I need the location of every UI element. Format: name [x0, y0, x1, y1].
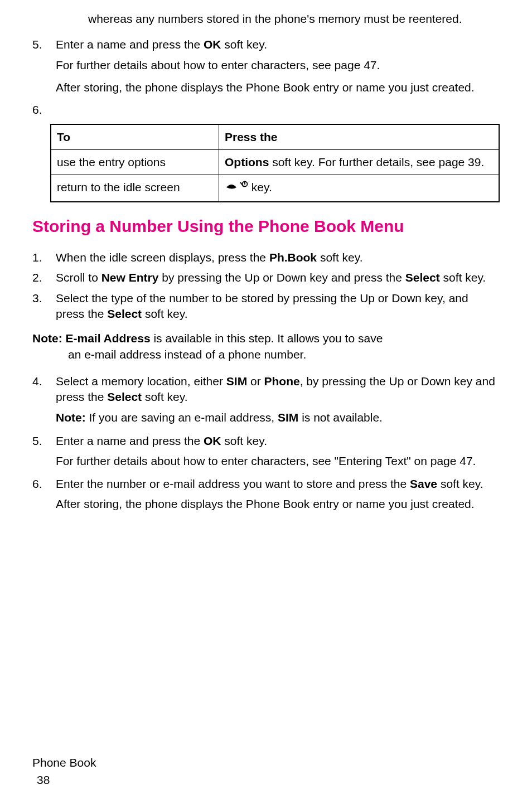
section-step-3: 3. Select the type of the number to be s…: [32, 290, 500, 322]
section-step-6: 6. Enter the number or e-mail address yo…: [32, 476, 500, 492]
s1-bold: Ph.Book: [269, 251, 317, 264]
s4-a: Select a memory location, either: [56, 375, 226, 388]
section-step-6-body: Enter the number or e-mail address you w…: [56, 476, 500, 492]
s2-d: soft key.: [440, 271, 486, 284]
s6b-c: soft key.: [437, 477, 483, 490]
note1-rest2: an e-mail address instead of a phone num…: [68, 348, 306, 361]
s3-b1: Select: [107, 307, 142, 320]
step-5-text-b: soft key.: [221, 38, 267, 51]
table-row1-to: use the entry options: [51, 150, 219, 175]
step-5-sub1: For further details about how to enter c…: [56, 57, 500, 73]
note1-bold: E-mail Address: [66, 332, 151, 345]
section-step-3-number: 3.: [32, 290, 56, 322]
footer-section-name: Phone Book: [32, 755, 96, 771]
end-call-key-icon: [225, 180, 248, 196]
continuation-text: whereas any numbers stored in the phone'…: [88, 11, 500, 27]
step-5-number: 5.: [32, 37, 56, 52]
section-step-4-note: Note: If you are saving an e-mail addres…: [56, 410, 500, 425]
step-6-number: 6.: [32, 102, 500, 118]
section-step-2-number: 2.: [32, 270, 56, 285]
section-step-1-number: 1.: [32, 250, 56, 265]
s6b-b1: Save: [410, 477, 437, 490]
s4-e: soft key.: [142, 390, 187, 403]
section-step-5-number: 5.: [32, 433, 56, 449]
section-step-3-body: Select the type of the number to be stor…: [56, 290, 500, 322]
page-footer: Phone Book 38: [32, 755, 96, 788]
section-step-2: 2. Scroll to New Entry by pressing the U…: [32, 270, 500, 285]
table-header-to: To: [51, 124, 219, 150]
s2-c: by pressing the Up or Down key and press…: [158, 271, 405, 284]
step-5-body: Enter a name and press the OK soft key.: [56, 37, 500, 52]
section-step-1: 1. When the idle screen displays, press …: [32, 250, 500, 265]
s3-c: soft key.: [142, 307, 187, 320]
section-step-6-number: 6.: [32, 476, 56, 492]
section-step-1-body: When the idle screen displays, press the…: [56, 250, 500, 265]
section-step-4: 4. Select a memory location, either SIM …: [32, 374, 500, 405]
note1-rest1: is available in this step. It allows you…: [151, 332, 383, 345]
section-heading: Storing a Number Using the Phone Book Me…: [32, 216, 500, 237]
section-step-5-sub: For further details about how to enter c…: [56, 453, 500, 469]
s5b-a: Enter a name and press the: [56, 434, 204, 447]
section-step-5: 5. Enter a name and press the OK soft ke…: [32, 433, 500, 449]
s4-note-bold: SIM: [278, 411, 298, 424]
section-step-2-body: Scroll to New Entry by pressing the Up o…: [56, 270, 500, 285]
table-header-row: To Press the: [51, 124, 499, 150]
instruction-table: To Press the use the entry options Optio…: [50, 124, 500, 202]
section-step-4-number: 4.: [32, 374, 56, 405]
table-row1-press-bold: Options: [225, 156, 269, 168]
s1-a: When the idle screen displays, press the: [56, 251, 269, 264]
s6b-a: Enter the number or e-mail address you w…: [56, 477, 410, 490]
table-row: return to the idle screen key.: [51, 175, 499, 202]
note-email-address: Note: E-mail Address is available in thi…: [32, 331, 500, 362]
s4-note-a: If you are saving an e-mail address,: [86, 411, 278, 424]
note1-label: Note:: [32, 332, 66, 345]
step-5-sub2: After storing, the phone displays the Ph…: [56, 80, 500, 95]
s5b-c: soft key.: [221, 434, 267, 447]
table-header-press: Press the: [219, 124, 500, 150]
table-row2-press-rest: key.: [248, 181, 272, 193]
step-5-text-a: Enter a name and press the: [56, 38, 204, 51]
s2-b2: Select: [405, 271, 440, 284]
s5b-b1: OK: [204, 434, 221, 447]
s4-b3: Select: [107, 390, 142, 403]
section-step-6-sub: After storing, the phone displays the Ph…: [56, 496, 500, 512]
s4-b1: SIM: [226, 375, 247, 388]
table-row2-to: return to the idle screen: [51, 175, 219, 202]
s4-c: or: [247, 375, 264, 388]
section-step-4-body: Select a memory location, either SIM or …: [56, 374, 500, 405]
step-5-bold-ok: OK: [204, 38, 221, 51]
table-row2-press: key.: [219, 175, 500, 202]
table-row1-press: Options soft key. For further details, s…: [219, 150, 500, 175]
step-5: 5. Enter a name and press the OK soft ke…: [32, 37, 500, 52]
section-step-5-body: Enter a name and press the OK soft key.: [56, 433, 500, 449]
s4-note-b: is not available.: [298, 411, 383, 424]
table-row1-press-rest: soft key. For further details, see page …: [269, 156, 484, 168]
footer-page-number: 38: [37, 772, 96, 788]
page-container: whereas any numbers stored in the phone'…: [0, 0, 532, 799]
s2-b1: New Entry: [101, 271, 159, 284]
s1-c: soft key.: [317, 251, 362, 264]
s4-note-label: Note:: [56, 411, 86, 424]
s2-a: Scroll to: [56, 271, 101, 284]
table-row: use the entry options Options soft key. …: [51, 150, 499, 175]
s4-b2: Phone: [264, 375, 300, 388]
